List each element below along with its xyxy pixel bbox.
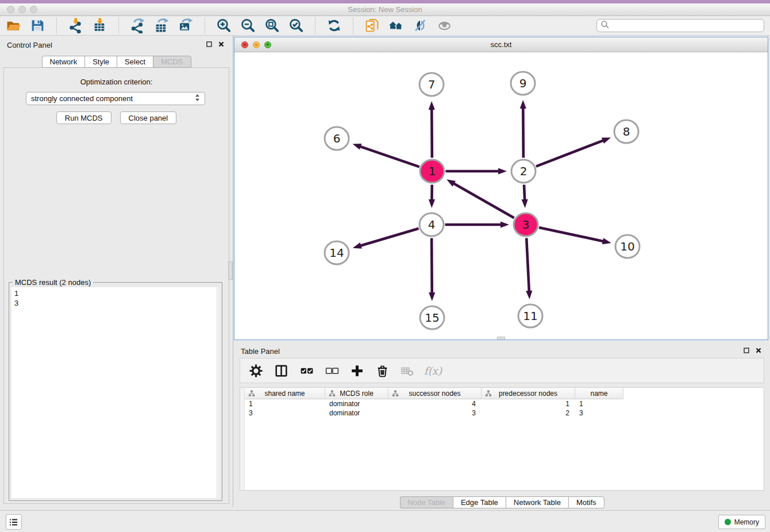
graph-edge-2-9[interactable]: [520, 100, 526, 158]
float-table-panel-icon[interactable]: [743, 347, 750, 354]
select-all-columns-icon[interactable]: [299, 363, 314, 379]
search-box[interactable]: [596, 19, 764, 32]
export-image-icon[interactable]: [178, 18, 194, 33]
graph-edge-3-11[interactable]: [526, 238, 532, 299]
export-table-icon[interactable]: [154, 18, 170, 33]
network-canvas[interactable]: 7968124314101511: [234, 52, 768, 340]
table-row[interactable]: 1dominator411: [245, 399, 764, 408]
graph-node-4[interactable]: 4: [419, 213, 444, 236]
zoom-fit-icon[interactable]: [264, 18, 280, 33]
first-neighbors-icon[interactable]: [388, 18, 404, 33]
table-cell[interactable]: dominator: [325, 408, 388, 418]
tab-motifs[interactable]: Motifs: [568, 496, 605, 508]
clone-network-icon[interactable]: [364, 18, 380, 33]
delete-table-icon[interactable]: [400, 363, 415, 379]
tab-network[interactable]: Network: [41, 56, 84, 68]
maximize-window-button[interactable]: [30, 6, 37, 13]
open-session-icon[interactable]: [6, 18, 21, 33]
close-panel-button[interactable]: Close panel: [120, 111, 177, 124]
graph-edge-2-3[interactable]: [522, 184, 528, 208]
unselect-all-columns-icon[interactable]: [324, 363, 340, 379]
table-cell[interactable]: dominator: [325, 399, 388, 408]
graph-node-9[interactable]: 9: [511, 72, 535, 95]
tab-edge-table[interactable]: Edge Table: [453, 496, 506, 508]
graph-node-10[interactable]: 10: [615, 235, 640, 258]
column-header-label: successor nodes: [409, 390, 460, 398]
network-close-button[interactable]: ×: [241, 41, 248, 48]
graph-edge-4-14[interactable]: [353, 229, 419, 249]
mcds-result-scrollbar[interactable]: [216, 287, 220, 498]
column-header-predecessor-nodes[interactable]: predecessor nodes: [482, 388, 575, 399]
optimization-criterion-select[interactable]: strongly connected component: [26, 92, 205, 105]
task-history-button[interactable]: [6, 514, 22, 530]
tab-node-table[interactable]: Node Table: [399, 496, 453, 508]
import-network-icon[interactable]: [68, 18, 83, 33]
graph-node-8[interactable]: 8: [614, 120, 638, 143]
graph-node-11[interactable]: 11: [518, 304, 542, 327]
graph-node-6[interactable]: 6: [325, 127, 349, 150]
zoom-in-icon[interactable]: [216, 18, 232, 33]
table-cell[interactable]: 4: [388, 399, 482, 408]
network-bottom-grip[interactable]: [497, 337, 505, 340]
graph-edge-4-15[interactable]: [429, 238, 435, 301]
create-column-icon[interactable]: [349, 363, 365, 379]
export-network-icon[interactable]: [130, 18, 145, 33]
hide-selected-icon[interactable]: [413, 18, 428, 33]
table-cell[interactable]: 3: [388, 408, 482, 418]
column-header-shared-name[interactable]: shared name: [245, 388, 325, 399]
memory-button[interactable]: Memory: [718, 515, 765, 529]
graph-edge-1-4[interactable]: [429, 184, 435, 208]
close-panel-icon[interactable]: [218, 41, 225, 48]
table-settings-icon[interactable]: [248, 363, 264, 379]
graph-node-label: 3: [522, 218, 530, 232]
table-cell[interactable]: 2: [482, 408, 575, 418]
status-bar: Memory: [0, 510, 770, 532]
column-header-successor-nodes[interactable]: successor nodes: [388, 388, 482, 399]
network-minimize-button[interactable]: −: [253, 41, 260, 48]
show-hidden-icon[interactable]: [437, 18, 452, 33]
tab-style[interactable]: Style: [84, 56, 117, 68]
tab-mcds[interactable]: MCDS: [153, 56, 191, 68]
column-header-MCDS-role[interactable]: MCDS role: [325, 388, 388, 399]
minimize-window-button[interactable]: [18, 6, 26, 13]
graph-edge-1-7[interactable]: [429, 101, 435, 158]
tab-network-table[interactable]: Network Table: [506, 496, 568, 508]
graph-edge-2-8[interactable]: [536, 137, 611, 166]
graph-node-2[interactable]: 2: [511, 160, 536, 183]
table-cell[interactable]: 3: [575, 408, 623, 418]
table-row[interactable]: 3dominator323: [245, 408, 764, 418]
graph-node-15[interactable]: 15: [420, 306, 444, 329]
save-session-icon[interactable]: [30, 18, 45, 33]
graph-node-1[interactable]: 1: [420, 160, 444, 183]
function-builder-icon[interactable]: f(x): [425, 363, 441, 379]
graph-node-3[interactable]: 3: [514, 213, 538, 236]
graph-node-7[interactable]: 7: [419, 73, 444, 96]
import-table-icon[interactable]: [92, 18, 107, 33]
close-table-panel-icon[interactable]: [755, 347, 762, 354]
graph-edge-3-1[interactable]: [446, 179, 514, 218]
mcds-result-text[interactable]: 1 3: [11, 287, 216, 498]
table-cell[interactable]: 3: [245, 408, 325, 418]
close-window-button[interactable]: [7, 6, 14, 13]
run-mcds-button[interactable]: Run MCDS: [56, 111, 111, 124]
tab-select[interactable]: Select: [117, 56, 153, 68]
zoom-out-icon[interactable]: [240, 18, 256, 33]
float-panel-icon[interactable]: [206, 41, 213, 48]
panel-divider-grip[interactable]: [228, 261, 233, 280]
show-columns-icon[interactable]: [274, 363, 289, 379]
graph-edge-1-2[interactable]: [446, 168, 507, 174]
graph-node-14[interactable]: 14: [325, 241, 349, 264]
network-maximize-button[interactable]: +: [264, 41, 271, 48]
zoom-selected-icon[interactable]: [288, 18, 304, 33]
search-input[interactable]: [610, 20, 760, 31]
graph-edge-3-10[interactable]: [539, 228, 611, 244]
delete-columns-icon[interactable]: [375, 363, 390, 379]
refresh-icon[interactable]: [326, 18, 342, 33]
table-cell[interactable]: 1: [575, 399, 623, 408]
table-cell[interactable]: 1: [482, 399, 575, 408]
graph-edge-1-6[interactable]: [352, 144, 419, 167]
network-window-titlebar[interactable]: × − + scc.txt: [234, 37, 768, 52]
table-cell[interactable]: 1: [245, 399, 325, 408]
column-header-name[interactable]: name: [575, 388, 623, 399]
graph-edge-4-3[interactable]: [445, 221, 510, 228]
